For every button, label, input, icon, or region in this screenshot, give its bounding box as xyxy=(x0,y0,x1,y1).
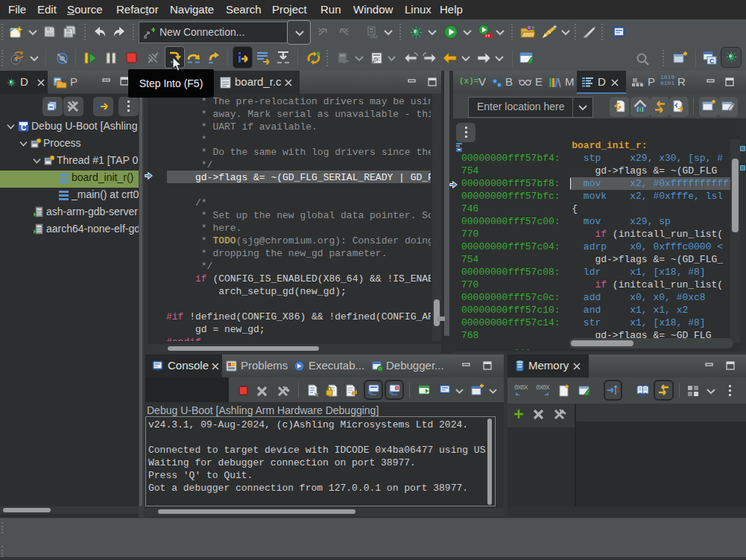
svg-text:C: C xyxy=(21,124,26,132)
svg-text:i: i xyxy=(97,101,100,112)
svg-text:C: C xyxy=(709,57,715,65)
